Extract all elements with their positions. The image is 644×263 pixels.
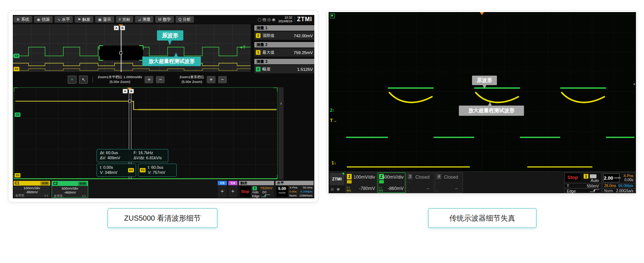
menu-cursor[interactable]: #光标 — [116, 16, 134, 23]
touch-icon[interactable]: ◉ — [272, 17, 276, 22]
ch3-dash: - — [409, 180, 410, 184]
menu-trigger[interactable]: ⚑触发 — [75, 16, 93, 23]
menu-analyze[interactable]: Q分析 — [176, 16, 194, 23]
trigger-position-icon[interactable] — [480, 12, 484, 15]
ch2-bandwidth: 全带宽 — [54, 194, 63, 198]
channel1-box[interactable]: C1DC50 100mV/div -860mV 全带宽1:1 — [14, 181, 50, 198]
menu-system[interactable]: ⚙系统 — [14, 16, 32, 23]
ch1-marker[interactable]: C1 — [15, 173, 20, 178]
ch2-marker[interactable]: C2 — [15, 113, 20, 117]
trigger-status: Stop — [565, 174, 580, 181]
measurement-title: 测量 2 — [254, 42, 314, 47]
trigger-box[interactable]: Stop 1 Auto T 550mV Edge — [564, 172, 602, 193]
channel2-box[interactable]: 2 1:150Ω 500mV/div -860mV — [378, 172, 405, 193]
gear-icon: ⚙ — [16, 18, 20, 22]
channel4-box[interactable]: 4 - -:- Closed -- — [435, 172, 463, 193]
cursor-b-badge[interactable]: B — [120, 26, 125, 30]
channel4-box[interactable]: C4 + — [228, 181, 237, 198]
cursor-b-badge[interactable]: B — [129, 89, 134, 94]
measurement-title: 测量 1 — [254, 25, 314, 31]
horizontal-box[interactable]: 水平 5.00 ms/div X-Pos 50.0ms 0.00s 6.25Mp… — [276, 181, 314, 198]
menu-source[interactable]: ◉信源 — [34, 16, 53, 23]
display-icon: ▣ — [98, 18, 101, 22]
bottom-status-bar: ZTMI ◎ ◉ 1 1:150Ω 100mV/div -780mV 2 1:1… — [329, 171, 636, 193]
caption-right: 传统示波器细节失真 — [428, 208, 536, 228]
channel1-box[interactable]: 1 1:150Ω 100mV/div -780mV — [345, 172, 377, 193]
sample-rate: 125MSa/s — [299, 194, 312, 197]
xpos-label: X-Pos — [289, 186, 297, 189]
measurement-label: 幅度 — [262, 66, 270, 72]
menu-math[interactable]: M数学 — [155, 16, 173, 23]
callout-original-waveform: 原波形 — [472, 76, 497, 85]
menu-measure[interactable]: ⊿测量 — [135, 16, 153, 23]
freq: F: 16.7kHz — [134, 150, 153, 155]
trigger-level-marker[interactable]: ◄T — [239, 45, 246, 49]
zoom-region-handle[interactable] — [119, 52, 122, 54]
zoom-vertical-readout: Zoom1垂直档位 (5.00x Zoom) — [179, 75, 204, 84]
zoom-v-minus-button[interactable]: − — [218, 76, 227, 83]
math-icon: M — [158, 18, 161, 22]
ch2-probe: 1:1 — [379, 186, 383, 189]
ch2-coupling: DC50 — [78, 182, 87, 186]
ch1-offset: -860mV — [14, 190, 50, 194]
zoom-h-minus-button[interactable]: − — [156, 76, 165, 83]
ch4-add-button[interactable]: + — [228, 185, 237, 197]
side-panel-strip[interactable]: › — [278, 87, 284, 179]
network-icon[interactable]: ◎ — [267, 17, 271, 22]
callout-arrow — [174, 53, 178, 57]
waveform-area: 2↕ T→ 1↓ ◄ 原波形 放大超量程测试波形 — [329, 12, 636, 171]
side-arrow-icon[interactable]: ◄ — [632, 82, 636, 86]
ch2-scale: 500mV/div — [52, 186, 88, 190]
measurement-row[interactable]: 2 幅度 1.5125V — [254, 65, 314, 73]
measurement-row[interactable]: 1 顶部值 742.00mV — [254, 31, 314, 40]
cursor-a-badge[interactable]: A — [114, 26, 119, 30]
ch2-position-marker[interactable]: 2↕ — [330, 108, 335, 113]
ch1-scale: 100mV/div — [353, 175, 375, 180]
callout-arrow — [168, 41, 172, 45]
screen-icon[interactable]: ▢ — [258, 17, 261, 22]
cursor-line[interactable] — [121, 24, 121, 72]
channel-badge: 1 — [256, 50, 261, 55]
menu-display[interactable]: ▣显示 — [95, 16, 114, 23]
ch1-position-marker[interactable]: 1↓ — [332, 160, 336, 165]
trigger-status: Stop — [240, 186, 251, 197]
timebase-box[interactable]: 2.00 ms/div X-Pos 0.00s 28.0ms 56.0Mpts … — [602, 172, 635, 193]
measurement-row[interactable]: 1 最大值 759.25mV — [254, 48, 314, 57]
ch3-add-button[interactable]: + — [218, 185, 227, 197]
run-state-icon — [330, 14, 335, 18]
channel3-box[interactable]: C3 + — [218, 181, 227, 198]
zoom-h-factor: (5.00x Zoom) — [98, 80, 142, 84]
channel2-box[interactable]: C2DC50 500mV/div -460mV 全带宽1:1 — [52, 181, 88, 198]
pan-tool-button[interactable]: + — [68, 76, 76, 84]
cursor-handle[interactable] — [128, 100, 131, 103]
trigger-type: Edge — [252, 194, 259, 198]
ch2-impedance: 50Ω — [379, 189, 383, 192]
date-text: 2024/8/16 — [278, 19, 292, 23]
select-tool-button[interactable]: ↖ — [79, 76, 88, 84]
ch3-name: C3 — [218, 181, 227, 185]
delta-t: Δt: 60.0us — [100, 150, 134, 155]
cursor-a-badge[interactable]: A — [123, 89, 128, 94]
trigger-box[interactable]: 触发 Stop 2 Auto Edge T:520mV DC — [239, 181, 274, 198]
channel3-box[interactable]: 3 - -:- Closed -- — [406, 172, 434, 193]
trigger-level: 550mV — [587, 184, 599, 188]
trigger-level-label: T — [567, 184, 569, 188]
zoom-h-plus-button[interactable]: + — [145, 76, 153, 83]
storage-icon[interactable]: ▤ — [262, 17, 266, 22]
menu-label: 显示 — [103, 17, 111, 22]
trigger-level-marker[interactable]: T→ — [330, 118, 337, 123]
menu-horizontal[interactable]: ∿水平 — [55, 16, 73, 23]
divider — [93, 77, 93, 83]
ch3-state: Closed — [415, 175, 430, 180]
zoom-v-plus-button[interactable]: + — [207, 76, 216, 83]
ch4-dash: - — [438, 180, 439, 184]
ch1-marker[interactable]: C1 — [14, 67, 19, 71]
touch-icon[interactable]: ◉ — [337, 187, 340, 191]
caption-left-text: ZUS5000 看清波形细节 — [124, 213, 201, 223]
snapshot-icon[interactable]: ◎ — [331, 187, 334, 191]
page: ⚙系统 ◉信源 ∿水平 ⚑触发 ▣显示 #光标 ⊿测量 M数学 Q分析 ▢ ▤ … — [0, 0, 644, 263]
ch1-probe: 1:1 — [347, 186, 351, 189]
ch2-marker[interactable]: C2 — [14, 54, 19, 58]
caption-left: ZUS5000 看清波形细节 — [108, 208, 217, 228]
ch2-scale: 500mV/div — [382, 175, 404, 180]
